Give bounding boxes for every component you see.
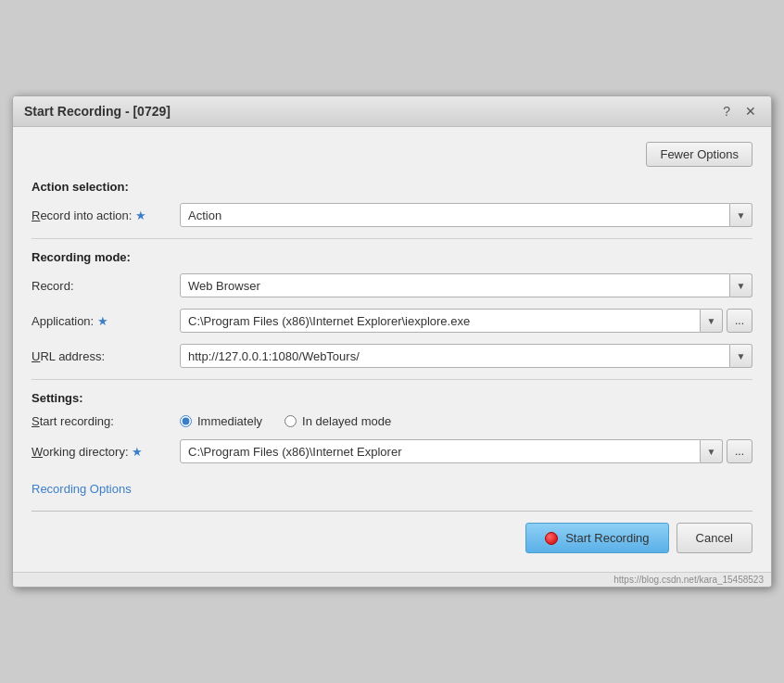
fewer-options-button[interactable]: Fewer Options [646,142,752,167]
action-section-label: Action selection: [32,180,752,194]
divider-2 [32,379,752,380]
application-label: Application: ★ [32,314,180,328]
url-label: URL address: [32,349,180,363]
application-row: Application: ★ ▼ ... [32,309,752,333]
record-dot-icon [545,532,558,545]
start-recording-row: Start recording: Immediately In delayed … [32,414,752,428]
immediately-radio[interactable] [180,415,192,427]
url-input[interactable] [180,344,730,368]
help-button[interactable]: ? [719,104,734,119]
recording-options-link[interactable]: Recording Options [32,482,132,496]
immediately-label: Immediately [197,414,262,428]
title-bar: Start Recording - [0729] ? ✕ [13,96,771,127]
working-dir-combo: ▼ [180,439,723,463]
record-combo: ▼ [180,273,752,297]
settings-label: Settings: [32,391,752,405]
working-dir-browse-button[interactable]: ... [727,439,752,463]
footer-divider [32,511,752,512]
start-recording-btn-label: Start Recording [565,531,649,545]
application-dropdown-arrow[interactable]: ▼ [701,309,723,333]
dialog-title: Start Recording - [0729] [24,104,171,119]
url-combo: ▼ [180,344,752,368]
recording-mode-section: Recording mode: Record: ▼ Application: ★… [32,250,752,368]
delayed-option[interactable]: In delayed mode [285,414,391,428]
application-combo: ▼ [180,309,723,333]
status-text: https://blog.csdn.net/kara_15458523 [613,575,764,585]
working-dir-input[interactable] [180,439,701,463]
delayed-label: In delayed mode [302,414,391,428]
application-input[interactable] [180,309,701,333]
record-input[interactable] [180,273,730,297]
record-dropdown-arrow[interactable]: ▼ [730,273,752,297]
record-label: Record: [32,279,180,293]
record-into-input[interactable] [180,203,730,227]
recording-mode-label: Recording mode: [32,250,752,264]
url-dropdown-arrow[interactable]: ▼ [730,344,752,368]
application-browse-button[interactable]: ... [727,309,752,333]
record-into-combo: ▼ [180,203,752,227]
immediately-option[interactable]: Immediately [180,414,262,428]
url-row: URL address: ▼ [32,344,752,368]
record-into-dropdown-arrow[interactable]: ▼ [730,203,752,227]
settings-section: Settings: Start recording: Immediately I… [32,391,752,463]
dialog-window: Start Recording - [0729] ? ✕ Fewer Optio… [12,95,772,588]
dialog-body: Fewer Options Action selection: Record i… [13,127,771,572]
delayed-radio[interactable] [285,415,297,427]
divider-1 [32,238,752,239]
required-star-2: ★ [97,314,108,328]
cancel-button[interactable]: Cancel [677,523,752,553]
record-into-action-row: Record into action: ★ ▼ [32,203,752,227]
record-into-label: Record into action: ★ [32,209,180,222]
required-star-3: ★ [132,445,143,459]
working-dir-label: Working directory: ★ [32,445,180,459]
title-bar-controls: ? ✕ [719,104,760,119]
working-dir-row: Working directory: ★ ▼ ... [32,439,752,463]
close-button[interactable]: ✕ [741,104,760,119]
start-recording-button[interactable]: Start Recording [525,523,668,553]
start-recording-label: Start recording: [32,414,180,428]
status-bar: https://blog.csdn.net/kara_15458523 [13,572,771,587]
footer-row: Start Recording Cancel [32,523,752,561]
required-star: ★ [135,209,146,222]
action-selection-section: Action selection: Record into action: ★ … [32,180,752,227]
radio-group: Immediately In delayed mode [180,414,391,428]
working-dir-dropdown-arrow[interactable]: ▼ [701,439,723,463]
record-row: Record: ▼ [32,273,752,297]
toolbar-row: Fewer Options [32,142,752,167]
